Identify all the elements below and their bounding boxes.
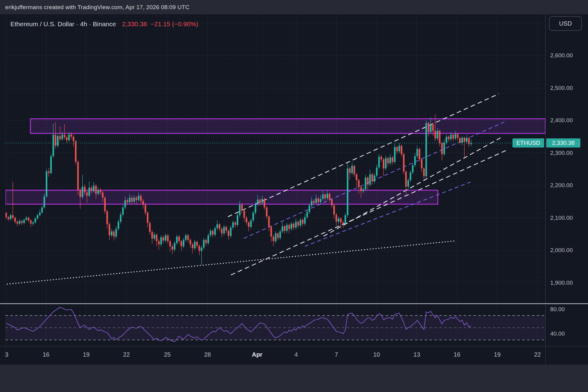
- channel-lower[interactable]: [231, 151, 506, 275]
- price-label-2300: 2,300.00: [550, 150, 573, 156]
- rsi-label-80: 80.00: [550, 306, 565, 313]
- price-label-1900: 1,900.00: [550, 280, 573, 286]
- pane-separator[interactable]: [0, 303, 588, 304]
- bottom-bar: TradingView: [0, 365, 588, 392]
- price-label-2000: 2,000.00: [550, 247, 573, 254]
- symbol-title: Ethereum / U.S. Dollar · 4h · Binance: [10, 20, 116, 27]
- symbol-header[interactable]: Ethereum / U.S. Dollar · 4h · Binance 2,…: [10, 20, 198, 28]
- dotted-trendline[interactable]: [4, 241, 456, 284]
- demand-zone[interactable]: [5, 190, 438, 204]
- last-price-quote: 2,330.38 −21.15 (−0.90%): [122, 20, 198, 27]
- time-label-16: 16: [454, 351, 460, 358]
- time-label-19: 19: [494, 351, 501, 358]
- time-label-28: 28: [204, 351, 211, 358]
- price-label-2400: 2,400.00: [550, 117, 573, 124]
- time-label-19: 19: [83, 351, 90, 358]
- currency-toggle-button[interactable]: USD: [549, 16, 582, 31]
- time-label-25: 25: [164, 351, 171, 358]
- time-label-22: 22: [123, 351, 130, 358]
- time-label-10: 10: [373, 351, 380, 358]
- time-label-7: 7: [335, 351, 338, 358]
- price-label-2100: 2,100.00: [550, 215, 573, 221]
- time-label-3: 3: [5, 351, 8, 358]
- time-label-22: 22: [534, 351, 541, 358]
- price-label-2200: 2,200.00: [550, 182, 573, 189]
- time-label-13: 13: [413, 351, 420, 358]
- tradingview-screenshot: erikjuffermans created with TradingView.…: [0, 0, 588, 392]
- time-label-4: 4: [294, 351, 298, 358]
- price-label-2500: 2,500.00: [550, 85, 573, 91]
- rsi-label-40: 40.00: [550, 330, 565, 337]
- candles[interactable]: [5, 114, 472, 265]
- price-label-2600: 2,600.00: [550, 52, 573, 59]
- trendline-steep[interactable]: [324, 137, 503, 236]
- symbol-price-tag: ETHUSD: [512, 138, 544, 148]
- supply-zone[interactable]: [30, 119, 545, 134]
- time-label-Apr: Apr: [252, 351, 262, 358]
- time-label-16: 16: [43, 351, 49, 358]
- last-price-tag: 2,330.38: [546, 138, 580, 148]
- chart-canvas[interactable]: [0, 0, 588, 392]
